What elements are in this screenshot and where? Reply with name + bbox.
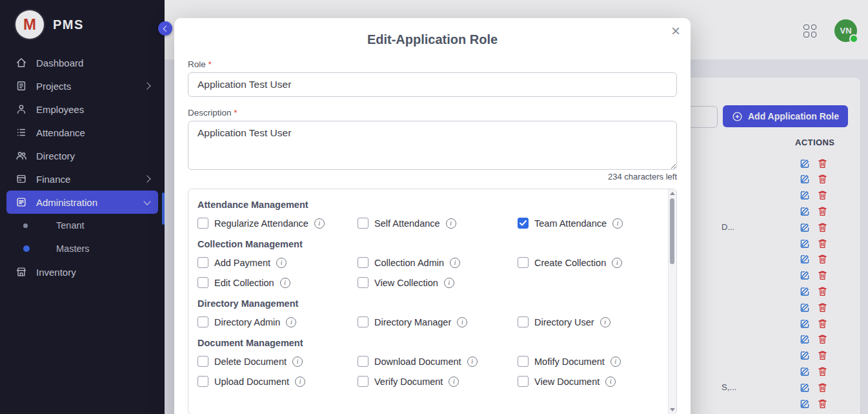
checkbox-unchecked[interactable]	[518, 376, 529, 387]
permission-label: Directory Manager	[374, 317, 451, 327]
modal-body: Role * Description * Application Test Us…	[174, 59, 691, 414]
permission-label: Team Attendance	[534, 218, 607, 229]
info-icon[interactable]: i	[295, 377, 305, 387]
permissions-panel: Attendance ManagementRegularize Attendan…	[188, 189, 677, 414]
description-textarea[interactable]: Application Test User	[188, 121, 677, 170]
permission-item-directory-admin[interactable]: Directory Admini	[197, 316, 358, 327]
permission-item-collection-admin[interactable]: Collection Admini	[358, 257, 518, 268]
info-icon[interactable]: i	[286, 317, 296, 327]
chevron-left-icon	[163, 25, 170, 32]
checkbox-unchecked[interactable]	[358, 356, 368, 367]
permission-label: Self Attendance	[374, 218, 440, 229]
info-icon[interactable]: i	[444, 278, 454, 288]
permission-item-regularize-attendance[interactable]: Regularize Attendancei	[197, 218, 358, 229]
checkbox-unchecked[interactable]	[197, 218, 208, 229]
permission-label: Delete Document	[214, 357, 287, 367]
permission-label: Edit Collection	[214, 278, 274, 288]
permission-label: View Document	[534, 377, 600, 387]
permission-label: Directory User	[534, 317, 594, 327]
permission-item-directory-user[interactable]: Directory Useri	[518, 316, 654, 327]
permission-item-self-attendance[interactable]: Self Attendancei	[358, 218, 518, 229]
permission-item-create-collection[interactable]: Create Collectioni	[518, 257, 654, 268]
checkbox-unchecked[interactable]	[197, 316, 208, 327]
info-icon[interactable]: i	[314, 218, 325, 229]
scroll-down-arrow-icon[interactable]	[670, 408, 675, 411]
permission-item-team-attendance[interactable]: Team Attendancei	[518, 218, 654, 229]
permission-section-title: Attendance Management	[197, 200, 654, 210]
permission-item-add-payment[interactable]: Add Paymenti	[197, 257, 358, 268]
role-field-label: Role *	[188, 59, 677, 69]
permission-label: Regularize Attendance	[214, 218, 308, 229]
permission-item-delete-document[interactable]: Delete Documenti	[197, 356, 358, 367]
permission-item-edit-collection[interactable]: Edit Collectioni	[197, 277, 358, 288]
info-icon[interactable]: i	[276, 258, 287, 268]
permission-label: Directory Admin	[214, 317, 280, 327]
edit-application-role-modal: Edit-Application Role × Role * Descripti…	[174, 18, 691, 414]
permission-item-view-collection[interactable]: View Collectioni	[358, 277, 518, 288]
permission-grid: Directory AdminiDirectory ManageriDirect…	[197, 316, 654, 327]
checkbox-unchecked[interactable]	[358, 218, 368, 229]
checkbox-unchecked[interactable]	[518, 257, 529, 268]
info-icon[interactable]: i	[612, 258, 622, 268]
required-mark: *	[208, 59, 212, 69]
scrollbar-thumb[interactable]	[670, 198, 674, 264]
permission-label: Create Collection	[534, 258, 606, 268]
permission-section-title: Collection Management	[197, 239, 654, 249]
checkbox-unchecked[interactable]	[358, 316, 368, 327]
checkbox-checked[interactable]	[518, 218, 529, 229]
permission-item-upload-document[interactable]: Upload Documenti	[197, 376, 358, 387]
checkbox-unchecked[interactable]	[197, 376, 208, 387]
checkbox-unchecked[interactable]	[358, 277, 368, 288]
checkbox-unchecked[interactable]	[197, 257, 208, 268]
permission-section-title: Document Management	[197, 338, 654, 348]
info-icon[interactable]: i	[457, 317, 467, 327]
checkbox-unchecked[interactable]	[358, 376, 368, 387]
info-icon[interactable]: i	[467, 357, 478, 367]
permission-grid: Delete DocumentiDownload DocumentiMofify…	[197, 356, 654, 387]
role-input[interactable]	[188, 72, 677, 97]
permission-item-mofify-document[interactable]: Mofify Documenti	[518, 356, 654, 367]
info-icon[interactable]: i	[600, 317, 611, 327]
scrollbar[interactable]	[668, 189, 676, 414]
permission-grid: Regularize AttendanceiSelf AttendanceiTe…	[197, 218, 654, 229]
permission-label: Download Document	[374, 357, 461, 367]
permission-item-view-document[interactable]: View Documenti	[518, 376, 654, 387]
checkbox-unchecked[interactable]	[197, 277, 208, 288]
info-icon[interactable]: i	[612, 218, 623, 229]
app-window: M PMS DashboardProjectsEmployeesAttendan…	[0, 0, 868, 414]
permission-label: Mofify Document	[534, 357, 605, 367]
info-icon[interactable]: i	[292, 357, 303, 367]
permission-item-directory-manager[interactable]: Directory Manageri	[358, 316, 518, 327]
checkbox-unchecked[interactable]	[358, 257, 368, 268]
info-icon[interactable]: i	[450, 258, 460, 268]
checkbox-unchecked[interactable]	[197, 356, 208, 367]
permission-label: View Collection	[374, 278, 438, 288]
permission-grid: Add PaymentiCollection AdminiCreate Coll…	[197, 257, 654, 288]
permission-label: Verify Document	[374, 377, 443, 387]
checkbox-unchecked[interactable]	[518, 316, 529, 327]
checkbox-unchecked[interactable]	[518, 356, 529, 367]
permission-label: Upload Document	[214, 377, 289, 387]
info-icon[interactable]: i	[449, 377, 459, 387]
close-icon[interactable]: ×	[671, 23, 680, 39]
characters-left-counter: 234 characters left	[188, 172, 677, 181]
permissions-list: Attendance ManagementRegularize Attendan…	[188, 189, 676, 402]
permission-section-title: Directory Management	[197, 298, 654, 309]
scroll-up-arrow-icon[interactable]	[670, 192, 675, 195]
permission-item-verify-document[interactable]: Verify Documenti	[358, 376, 518, 387]
description-field-label: Description *	[188, 108, 677, 118]
permission-label: Add Payment	[214, 258, 270, 268]
info-icon[interactable]: i	[611, 357, 621, 367]
info-icon[interactable]: i	[605, 377, 616, 387]
info-icon[interactable]: i	[446, 218, 456, 229]
required-mark: *	[234, 108, 237, 118]
modal-title: Edit-Application Role	[174, 18, 691, 47]
permission-label: Collection Admin	[374, 258, 444, 268]
info-icon[interactable]: i	[280, 278, 290, 288]
sidebar-collapse-button[interactable]	[158, 21, 172, 36]
permission-item-download-document[interactable]: Download Documenti	[358, 356, 518, 367]
